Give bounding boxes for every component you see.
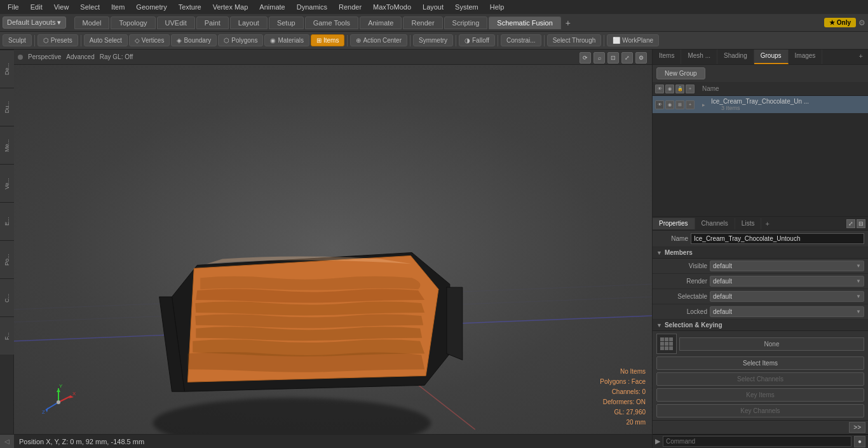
tab-render[interactable]: Render xyxy=(403,17,442,29)
menu-vertex-map[interactable]: Vertex Map xyxy=(208,2,254,12)
rpanel-add-tab[interactable]: + xyxy=(854,50,868,64)
tab-uvedit[interactable]: UVEdit xyxy=(157,17,195,29)
menu-view[interactable]: View xyxy=(49,2,74,12)
groups-icons-header: 👁 ◉ 🔒 + xyxy=(655,85,700,93)
symmetry-button[interactable]: Symmetry xyxy=(413,34,453,46)
menu-system[interactable]: System xyxy=(450,2,484,12)
left-tab-2[interactable]: Du... xyxy=(0,88,14,126)
cmd-expand-icon[interactable]: ▶ xyxy=(655,437,660,445)
menu-render[interactable]: Render xyxy=(334,2,367,12)
menu-animate[interactable]: Animate xyxy=(254,2,290,12)
group-eye-icon[interactable]: 👁 xyxy=(655,100,664,109)
menu-geometry[interactable]: Geometry xyxy=(131,2,172,12)
rpanel-tab-mesh[interactable]: Mesh ... xyxy=(681,50,717,64)
new-group-button[interactable]: New Group xyxy=(656,67,705,79)
prop-expand-button[interactable]: ⤢ xyxy=(846,219,855,228)
prop-tab-properties[interactable]: Properties xyxy=(653,218,695,229)
deformers-stat: Deformers: ON xyxy=(600,397,646,407)
viewport-icon-settings[interactable]: ⚙ xyxy=(635,52,647,64)
locked-dropdown[interactable]: default ▼ xyxy=(710,306,864,317)
select-channels-button[interactable]: Select Channels xyxy=(656,372,864,386)
visible-dropdown[interactable]: default ▼ xyxy=(710,261,864,271)
menu-edit[interactable]: Edit xyxy=(25,2,48,12)
rpanel-tab-shading[interactable]: Shading xyxy=(717,50,754,64)
key-items-button[interactable]: Key Items xyxy=(656,388,864,402)
selection-keying-header[interactable]: ▼ Selection & Keying xyxy=(653,320,868,331)
prop-add-tab[interactable]: + xyxy=(761,218,773,229)
settings-icon[interactable]: ⚙ xyxy=(858,18,865,27)
menu-dynamics[interactable]: Dynamics xyxy=(292,2,332,12)
group-plus-icon[interactable]: + xyxy=(686,100,695,109)
rpanel-tab-groups[interactable]: Groups xyxy=(754,50,789,64)
left-tab-5[interactable]: E... xyxy=(0,202,14,240)
left-tab-1[interactable]: De... xyxy=(0,50,14,88)
tab-scripting[interactable]: Scripting xyxy=(444,17,488,29)
rpanel-tab-items[interactable]: Items xyxy=(653,50,681,64)
left-tab-8[interactable]: F... xyxy=(0,316,14,355)
menu-file[interactable]: File xyxy=(3,2,24,12)
menu-texture[interactable]: Texture xyxy=(173,2,207,12)
render-label: Render xyxy=(656,278,707,285)
star-only-badge[interactable]: ★ Only xyxy=(824,18,856,27)
viewport-icon-maximize[interactable]: ⤢ xyxy=(621,52,633,64)
viewport-icon-fit[interactable]: ⊡ xyxy=(607,52,619,64)
group-channels-icon[interactable]: ⊞ xyxy=(675,100,684,109)
command-submit-button[interactable]: ● xyxy=(854,436,865,447)
action-center-button[interactable]: ⊕ Action Center xyxy=(350,34,407,46)
group-item-name: Ice_Cream_Tray_Chocolate_Un ... xyxy=(709,98,865,105)
presets-button[interactable]: ⬡ Presets xyxy=(37,34,78,46)
menu-help[interactable]: Help xyxy=(485,2,510,12)
left-tab-4[interactable]: Ve... xyxy=(0,164,14,202)
prop-collapse-button[interactable]: ⊟ xyxy=(857,219,865,228)
viewport[interactable]: Perspective Advanced Ray GL: Off ⟳ ⌕ ⊡ ⤢… xyxy=(14,50,652,448)
viewport-icon-rotate[interactable]: ⟳ xyxy=(580,52,591,64)
prop-tab-channels[interactable]: Channels xyxy=(695,218,735,229)
viewport-icon-zoom[interactable]: ⌕ xyxy=(593,52,605,64)
command-input[interactable] xyxy=(663,436,851,447)
viewport-canvas[interactable]: X Y Z No Items Polygons : Face Channels:… xyxy=(14,65,652,434)
tab-setup[interactable]: Setup xyxy=(269,17,304,29)
left-tab-7[interactable]: C... xyxy=(0,278,14,316)
select-items-button[interactable]: Select Items xyxy=(656,356,864,370)
tab-model[interactable]: Model xyxy=(74,17,110,29)
constraints-button[interactable]: Constrai... xyxy=(501,34,541,46)
group-item-sub: 3 Items xyxy=(709,105,865,111)
falloff-button[interactable]: ◑ Falloff xyxy=(459,34,495,46)
selectable-dropdown[interactable]: default ▼ xyxy=(710,291,864,302)
menu-item[interactable]: Item xyxy=(106,2,130,12)
vertices-button[interactable]: ◇ Vertices xyxy=(129,34,170,46)
sculpt-button[interactable]: Sculpt xyxy=(3,34,32,46)
select-through-button[interactable]: Select Through xyxy=(547,34,602,46)
materials-button[interactable]: ◉ Materials xyxy=(264,34,309,46)
polygons-button[interactable]: ⬡ Polygons xyxy=(218,34,263,46)
tab-layout[interactable]: Layout xyxy=(230,17,268,29)
group-item[interactable]: 👁 ◉ ⊞ + ▸ Ice_Cream_Tray_Chocolate_Un ..… xyxy=(653,96,868,114)
tab-animate[interactable]: Animate xyxy=(360,17,402,29)
bottom-arrow-button[interactable]: >> xyxy=(849,422,865,433)
layout-dropdown[interactable]: Default Layouts ▾ xyxy=(3,17,66,29)
items-button[interactable]: ⊞ Items xyxy=(311,34,344,46)
render-dropdown[interactable]: default ▼ xyxy=(710,276,864,287)
toolbar2: Sculpt ⬡ Presets Auto Select ◇ Vertices … xyxy=(0,32,868,50)
group-render-icon[interactable]: ◉ xyxy=(665,100,674,109)
key-channels-button[interactable]: Key Channels xyxy=(656,404,864,417)
name-input[interactable] xyxy=(691,233,864,244)
members-section-header[interactable]: ▼ Members xyxy=(653,247,868,259)
auto-select-button[interactable]: Auto Select xyxy=(84,34,128,46)
menu-layout[interactable]: Layout xyxy=(417,2,449,12)
menu-maxtomodo[interactable]: MaxToModo xyxy=(368,2,416,12)
menu-select[interactable]: Select xyxy=(75,2,105,12)
tab-game-tools[interactable]: Game Tools xyxy=(305,17,359,29)
workplane-button[interactable]: ⬜ WorkPlane xyxy=(607,34,659,46)
boundary-button[interactable]: ◈ Boundary xyxy=(171,34,217,46)
rpanel-tab-images[interactable]: Images xyxy=(789,50,823,64)
left-tab-3[interactable]: Me... xyxy=(0,126,14,164)
prop-tab-lists[interactable]: Lists xyxy=(735,218,762,229)
add-tab-button[interactable]: + xyxy=(563,18,573,28)
left-sidebar-collapse[interactable]: ◁ xyxy=(0,434,14,448)
tab-topology[interactable]: Topology xyxy=(111,17,155,29)
left-tab-6[interactable]: Po... xyxy=(0,240,14,278)
new-group-row: New Group xyxy=(653,65,868,82)
tab-schematic-fusion[interactable]: Schematic Fusion xyxy=(489,17,560,29)
tab-paint[interactable]: Paint xyxy=(196,17,229,29)
